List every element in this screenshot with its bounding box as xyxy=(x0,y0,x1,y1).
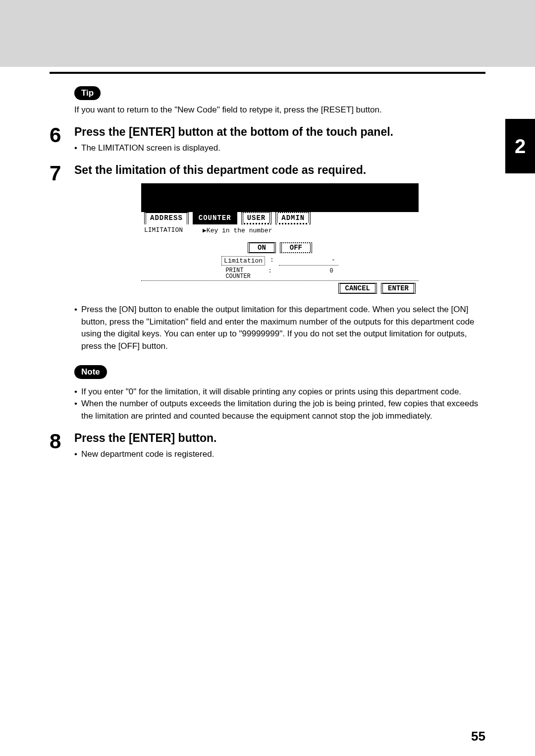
limitation-field[interactable]: Limitation xyxy=(221,256,265,266)
device-screenshot: ADDRESS COUNTER USER ADMIN LIMITATION ▶K… xyxy=(141,183,419,297)
print-counter-value: 0 xyxy=(277,268,336,279)
colon: : xyxy=(268,268,271,279)
step-7: 7 Set the limitation of this department … xyxy=(50,163,485,422)
tab-counter[interactable]: COUNTER xyxy=(193,212,237,224)
step-8: 8 Press the [ENTER] button. New departme… xyxy=(50,431,485,460)
tip-badge: Tip xyxy=(74,86,101,100)
top-grey-band xyxy=(0,0,535,67)
screen-body: LIMITATION ▶Key in the number ON OFF Lim… xyxy=(141,224,419,281)
step-title: Press the [ENTER] button at the bottom o… xyxy=(74,125,485,139)
screen-tabs: ADDRESS COUNTER USER ADMIN xyxy=(141,212,419,224)
step-bullet: The LIMITATION screen is displayed. xyxy=(74,142,485,155)
page-number: 55 xyxy=(471,729,485,744)
note-badge: Note xyxy=(74,365,107,379)
step-6: 6 Press the [ENTER] button at the bottom… xyxy=(50,125,485,154)
key-in-prompt: ▶Key in the number xyxy=(203,226,272,234)
step-number: 8 xyxy=(50,431,74,452)
tip-text: If you want to return to the "New Code" … xyxy=(74,104,471,116)
print-counter-label: PRINT COUNTER xyxy=(223,268,263,279)
header-rule xyxy=(50,72,485,74)
step-bullet: Press the [ON] button to enable the outp… xyxy=(74,304,485,353)
limitation-value: - xyxy=(279,256,338,266)
screen-footer: CANCEL ENTER xyxy=(141,281,419,297)
on-button[interactable]: ON xyxy=(248,242,276,253)
note-bullet: If you enter "0" for the limitation, it … xyxy=(74,386,485,398)
step-bullet: New department code is registered. xyxy=(74,448,485,461)
step-number: 7 xyxy=(50,163,74,184)
enter-button[interactable]: ENTER xyxy=(381,283,416,294)
off-button[interactable]: OFF xyxy=(280,242,312,253)
limitation-label: LIMITATION xyxy=(144,226,183,234)
note-bullet: When the number of outputs exceeds the l… xyxy=(74,398,485,422)
tab-address[interactable]: ADDRESS xyxy=(144,212,189,224)
tab-user[interactable]: USER xyxy=(241,212,272,224)
tab-admin[interactable]: ADMIN xyxy=(275,212,311,224)
screen-header-black xyxy=(141,183,419,212)
step-title: Press the [ENTER] button. xyxy=(74,431,485,445)
colon: : xyxy=(270,256,274,266)
step-number: 6 xyxy=(50,125,74,146)
cancel-button[interactable]: CANCEL xyxy=(338,283,377,294)
step-title: Set the limitation of this department co… xyxy=(74,163,485,177)
